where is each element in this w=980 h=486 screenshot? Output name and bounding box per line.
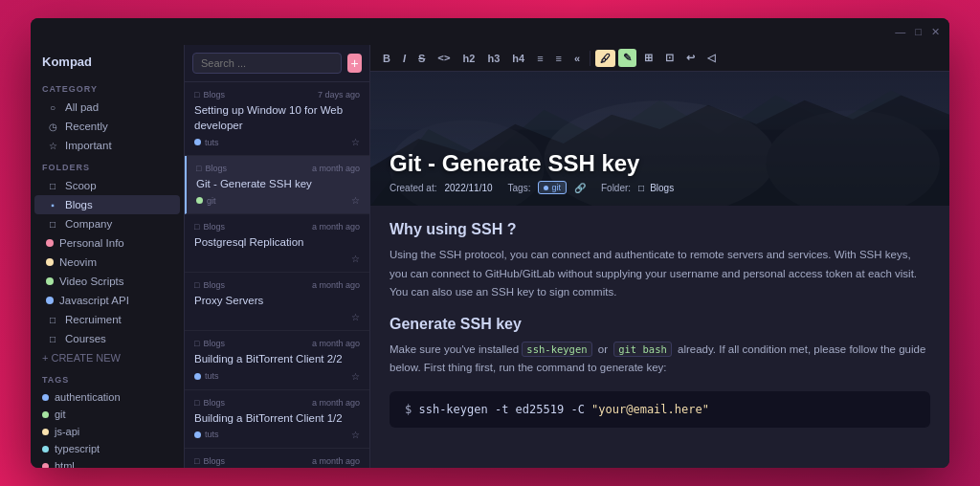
note-item[interactable]: □ Blogs a month ago Postgresql Replicati… xyxy=(185,214,369,273)
created-at-item: Created at: 2022/11/10 xyxy=(390,183,493,193)
star-icon: ☆ xyxy=(46,141,59,151)
tag-item-authentication[interactable]: authentication xyxy=(31,388,184,406)
sidebar-item-recently[interactable]: ◷ Recently xyxy=(34,117,180,136)
tag-label: git xyxy=(207,196,216,206)
star-icon[interactable]: ☆ xyxy=(351,195,360,206)
tag-label: html xyxy=(55,460,75,468)
note-category: □ Blogs xyxy=(194,339,225,348)
sidebar-item-blogs[interactable]: ▪ Blogs xyxy=(34,195,180,214)
sidebar-item-label: All pad xyxy=(65,101,99,113)
h4-button[interactable]: h4 xyxy=(507,50,529,67)
sidebar-item-neovim[interactable]: Neovim xyxy=(34,253,180,272)
tag-dot xyxy=(42,446,49,453)
titlebar-controls: — □ ✕ xyxy=(893,26,942,38)
code-inline-1: ssh-keygen xyxy=(522,342,591,357)
folder-icon: □ xyxy=(194,222,199,232)
search-input[interactable] xyxy=(192,53,342,74)
article-content: Why using SSH ? Using the SSH protocol, … xyxy=(370,206,949,443)
note-date: a month ago xyxy=(312,398,360,408)
minimize-icon[interactable]: — xyxy=(893,26,907,37)
tag-label: js-api xyxy=(55,426,79,437)
table-button[interactable]: ⊞ xyxy=(639,49,657,67)
tag-label: tuts xyxy=(205,371,219,381)
close-icon[interactable]: ✕ xyxy=(929,26,942,38)
h2-button[interactable]: h2 xyxy=(458,50,480,67)
note-title: Setting up Window 10 for Web developer xyxy=(194,102,360,133)
hero-section: Git - Generate SSH key Created at: 2022/… xyxy=(370,72,949,206)
sidebar-folder-label: Company xyxy=(65,218,112,230)
section2-body: Make sure you've installed ssh-keygen or… xyxy=(390,341,930,378)
section1-heading: Why using SSH ? xyxy=(390,221,930,238)
italic-button[interactable]: I xyxy=(398,50,411,67)
tag-item-git[interactable]: git xyxy=(31,406,184,423)
sidebar-folder-label: Courses xyxy=(65,333,106,344)
quote-button[interactable]: « xyxy=(569,50,585,67)
note-item[interactable]: □ Blogs a month ago Proxy Servers ☆ xyxy=(185,273,369,331)
note-category: □ Blogs xyxy=(194,222,225,232)
sidebar-item-courses[interactable]: □ Courses xyxy=(34,329,180,348)
sidebar-item-recruiment[interactable]: □ Recruiment xyxy=(34,310,180,329)
undo-button[interactable]: ◁ xyxy=(702,49,720,67)
star-icon[interactable]: ☆ xyxy=(351,254,360,264)
maximize-icon[interactable]: □ xyxy=(913,26,924,37)
sidebar-item-label: Recently xyxy=(65,121,108,132)
note-item[interactable]: □ Blogs a month ago Git - Generate SSH k… xyxy=(185,156,369,214)
circle-icon: ○ xyxy=(46,102,59,113)
sidebar-item-company[interactable]: □ Company xyxy=(34,214,180,233)
strikethrough-button[interactable]: S xyxy=(413,50,430,67)
link-icon[interactable]: 🔗 xyxy=(574,183,586,193)
tag-item-html[interactable]: html xyxy=(31,457,184,468)
star-icon[interactable]: ☆ xyxy=(351,430,360,440)
sidebar-item-javascript-api[interactable]: Javascript API xyxy=(34,291,180,310)
note-date: a month ago xyxy=(312,339,360,348)
sidebar-item-scoop[interactable]: □ Scoop xyxy=(34,176,180,195)
tag-item-typescript[interactable]: typescript xyxy=(31,440,184,457)
sidebar-item-personal-info[interactable]: Personal Info xyxy=(34,233,180,253)
add-note-button[interactable]: + xyxy=(347,54,362,73)
tags-section-label: TAGS xyxy=(31,367,184,388)
link-button[interactable]: ↩ xyxy=(681,49,700,67)
sidebar-item-all-pad[interactable]: ○ All pad xyxy=(34,98,180,117)
bullet-list-button[interactable]: ≡ xyxy=(532,50,547,67)
note-category: □ Blogs xyxy=(194,280,225,290)
folder-item: Folder: □ Blogs xyxy=(601,183,674,193)
folder-icon: □ xyxy=(46,334,59,344)
folder-color-dot xyxy=(46,277,54,285)
star-icon[interactable]: ☆ xyxy=(351,312,360,322)
tag-badge[interactable]: git xyxy=(538,181,567,194)
folder-icon: ▪ xyxy=(46,200,59,210)
note-tags: tuts ☆ xyxy=(194,137,360,147)
note-title: Postgresql Replication xyxy=(194,234,360,250)
ordered-list-button[interactable]: ≡ xyxy=(551,50,567,67)
code-prompt: $ xyxy=(405,403,412,416)
star-icon[interactable]: ☆ xyxy=(351,137,360,147)
note-item[interactable]: □ Blogs a month ago Building a BitTorren… xyxy=(185,331,369,389)
tag-item-js-api[interactable]: js-api xyxy=(31,423,184,440)
note-item[interactable]: □ Blogs 7 days ago Setting up Window 10 … xyxy=(185,82,369,156)
mark-button[interactable]: ✎ xyxy=(618,49,636,67)
sidebar-folder-label: Blogs xyxy=(65,199,93,210)
folder-icon: □ xyxy=(46,181,59,191)
tag-dot xyxy=(42,429,49,435)
article-title[interactable]: Git - Generate SSH key xyxy=(390,150,930,177)
code-block: $ ssh-keygen -t ed25519 -C "your@email.h… xyxy=(390,391,930,428)
bold-button[interactable]: B xyxy=(378,50,395,67)
note-tags: ☆ xyxy=(194,254,360,264)
created-label: Created at: xyxy=(390,183,436,193)
sidebar-item-video-scripts[interactable]: Video Scripts xyxy=(34,272,180,291)
sidebar-item-important[interactable]: ☆ Important xyxy=(34,136,180,155)
tag-dot xyxy=(194,431,201,438)
app-name: Kompad xyxy=(31,45,184,77)
star-icon[interactable]: ☆ xyxy=(351,371,360,382)
create-new-button[interactable]: + CREATE NEW xyxy=(31,348,184,367)
note-category: □ Blogs xyxy=(196,164,227,173)
image-button[interactable]: ⊡ xyxy=(660,49,679,67)
sidebar-folder-label: Personal Info xyxy=(59,237,124,249)
h3-button[interactable]: h3 xyxy=(482,50,504,67)
highlight-button[interactable]: 🖊 xyxy=(595,50,615,67)
folder-icon: □ xyxy=(194,90,199,99)
note-item[interactable]: □ Blogs a month ago Building a BitTorren… xyxy=(185,390,369,449)
titlebar: — □ ✕ xyxy=(31,18,949,45)
note-item[interactable]: □ Blogs a month ago Asymptotic Notation … xyxy=(185,449,369,468)
code-button[interactable]: <> xyxy=(433,49,455,67)
